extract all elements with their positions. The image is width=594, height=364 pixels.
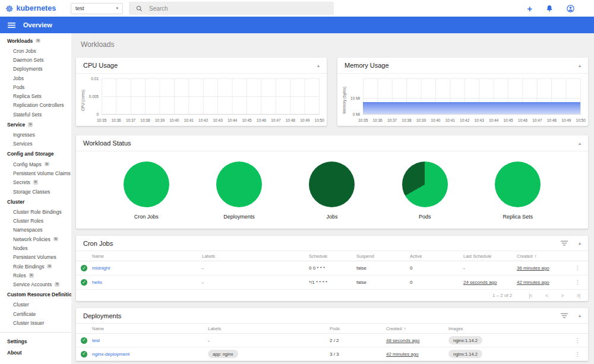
sidebar-item[interactable]: Ingresses xyxy=(0,130,71,139)
create-resource-button[interactable]: + xyxy=(527,4,532,13)
sidebar-section-service[interactable]: Service N xyxy=(0,119,71,130)
sidebar: Workloads N Cron Jobs Daemon Sets Deploy… xyxy=(0,33,71,364)
column-header-created[interactable]: Created↑ xyxy=(517,254,567,259)
x-tick: 10:36 xyxy=(372,118,382,122)
collapse-card-button[interactable]: ▴ xyxy=(579,63,581,68)
row-actions-button[interactable]: ⋮ xyxy=(567,265,588,271)
column-header-created[interactable]: Created↑ xyxy=(386,326,448,331)
sidebar-item[interactable]: Storage Classes xyxy=(0,187,71,196)
cpu-plot-area: 0.01 0.005 0 xyxy=(102,78,320,115)
x-tick: 10:38 xyxy=(402,118,411,122)
sidebar-item[interactable]: Nodes xyxy=(0,243,71,252)
sidebar-section-workloads[interactable]: Workloads N xyxy=(0,35,71,46)
last-page-button[interactable]: >| xyxy=(576,293,580,299)
app-bar: Overview xyxy=(0,17,594,33)
column-header-schedule[interactable]: Schedule xyxy=(309,254,356,259)
sidebar-item[interactable]: Deployments xyxy=(0,65,71,74)
sidebar-item-settings[interactable]: Settings xyxy=(0,336,71,347)
namespaced-badge: N xyxy=(36,39,40,43)
cron-job-link[interactable]: hello xyxy=(92,280,202,285)
collapse-card-button[interactable]: ▴ xyxy=(579,240,581,246)
sort-ascending-icon: ↑ xyxy=(535,254,537,259)
cron-job-link[interactable]: midnight xyxy=(92,265,202,271)
label-chip: app: nginx xyxy=(208,350,238,358)
brand: ☸ kubernetes xyxy=(0,4,71,13)
column-header-suspend[interactable]: Suspend xyxy=(356,254,410,259)
x-tick: 10:42 xyxy=(198,118,208,122)
menu-toggle-button[interactable] xyxy=(8,22,15,29)
x-tick: 10:50 xyxy=(576,118,586,122)
sidebar-item[interactable]: Jobs xyxy=(0,74,71,83)
sidebar-item[interactable]: Namespaces xyxy=(0,226,71,235)
pie-label: Cron Jobs xyxy=(134,214,159,220)
column-header-name[interactable]: Name xyxy=(92,254,202,259)
x-tick: 10:38 xyxy=(140,118,150,122)
pie-chart xyxy=(495,162,541,207)
y-axis-label: CPU (cores) xyxy=(81,90,85,111)
check-circle-icon: ✓ xyxy=(81,337,87,344)
bell-icon xyxy=(546,5,553,12)
column-header-labels[interactable]: Labels xyxy=(202,254,309,259)
sidebar-item[interactable]: Persistent Volumes xyxy=(0,253,71,262)
sidebar-item[interactable]: Stateful Sets xyxy=(0,110,71,119)
row-actions-button[interactable]: ⋮ xyxy=(567,279,588,286)
column-header-name[interactable]: Name xyxy=(92,326,208,331)
previous-page-button[interactable]: < xyxy=(545,293,548,299)
sidebar-section-config-and-storage[interactable]: Config and Storage xyxy=(0,148,71,160)
sidebar-item[interactable]: Services xyxy=(0,140,71,148)
user-menu-button[interactable] xyxy=(567,5,574,12)
memory-plot-area: 10 Mi 0 Mi xyxy=(363,78,581,115)
sidebar-item[interactable]: Config Maps N xyxy=(0,160,71,169)
collapse-card-button[interactable]: ▴ xyxy=(317,63,320,68)
column-header-pods[interactable]: Pods xyxy=(330,326,386,331)
search-bar[interactable] xyxy=(129,2,334,15)
deployment-link[interactable]: test xyxy=(92,338,208,343)
column-header-images[interactable]: Images xyxy=(448,326,567,331)
search-input[interactable] xyxy=(149,5,327,12)
sidebar-item[interactable]: Persistent Volume Claims N xyxy=(0,169,71,178)
sidebar-section-cluster[interactable]: Cluster xyxy=(0,196,71,207)
sidebar-item-about[interactable]: About xyxy=(0,347,71,359)
sidebar-item[interactable]: Replica Sets xyxy=(0,91,71,100)
row-actions-button[interactable]: ⋮ xyxy=(567,337,588,344)
sidebar-item[interactable]: Roles N xyxy=(0,271,71,280)
x-tick: 10:37 xyxy=(387,118,397,122)
pagination: 1 – 2 of 2 |< < > >| xyxy=(76,290,588,301)
collapse-card-button[interactable]: ▴ xyxy=(579,141,581,146)
notifications-button[interactable] xyxy=(546,5,553,12)
sidebar-item[interactable]: Cluster Roles xyxy=(0,216,71,225)
table-row: ✓ test - 2 / 2 48 seconds ago nginx:1.14… xyxy=(76,334,588,347)
collapse-card-button[interactable]: ▴ xyxy=(579,313,581,318)
sidebar-item[interactable]: Pods xyxy=(0,83,71,91)
sidebar-item[interactable]: Certificate xyxy=(0,309,71,318)
first-page-button[interactable]: |< xyxy=(529,293,532,299)
sidebar-item[interactable]: Cluster Issuer xyxy=(0,318,71,327)
sidebar-item[interactable]: Secrets N xyxy=(0,178,71,187)
column-header-labels[interactable]: Labels xyxy=(208,326,330,331)
image-chip: nginx:1.14.2 xyxy=(448,350,482,358)
namespace-selector[interactable]: test ▾ xyxy=(71,3,123,14)
filter-button[interactable] xyxy=(561,240,568,246)
filter-button[interactable] xyxy=(561,313,568,318)
sidebar-item[interactable]: Cluster xyxy=(0,300,71,309)
column-header-last-schedule[interactable]: Last Schedule xyxy=(463,254,517,259)
pie-label: Deployments xyxy=(223,214,255,220)
sidebar-item[interactable]: Daemon Sets xyxy=(0,55,71,64)
sidebar-item[interactable]: Role Bindings N xyxy=(0,262,71,271)
next-page-button[interactable]: > xyxy=(561,293,563,299)
row-actions-button[interactable]: ⋮ xyxy=(567,351,588,357)
sidebar-item[interactable]: Replication Controllers xyxy=(0,101,71,110)
account-circle-icon xyxy=(567,5,574,12)
card-title: Memory Usage xyxy=(345,62,389,69)
pie-label: Jobs xyxy=(326,214,337,220)
sidebar-item[interactable]: Service Accounts N xyxy=(0,280,71,289)
sidebar-item[interactable]: Network Policies N xyxy=(0,235,71,243)
kubernetes-dashboard: ☸ kubernetes test ▾ + xyxy=(0,0,594,364)
workload-pie: Deployments xyxy=(201,162,278,220)
deployment-link[interactable]: nginx-deployment xyxy=(92,352,208,357)
sidebar-item[interactable]: Cron Jobs xyxy=(0,46,71,55)
column-header-active[interactable]: Active xyxy=(410,254,463,259)
x-tick: 10:41 xyxy=(446,118,455,122)
sidebar-item[interactable]: Cluster Role Bindings xyxy=(0,207,71,216)
sidebar-section-custom-resource-definitions[interactable]: Custom Resource Definitions xyxy=(0,289,71,300)
